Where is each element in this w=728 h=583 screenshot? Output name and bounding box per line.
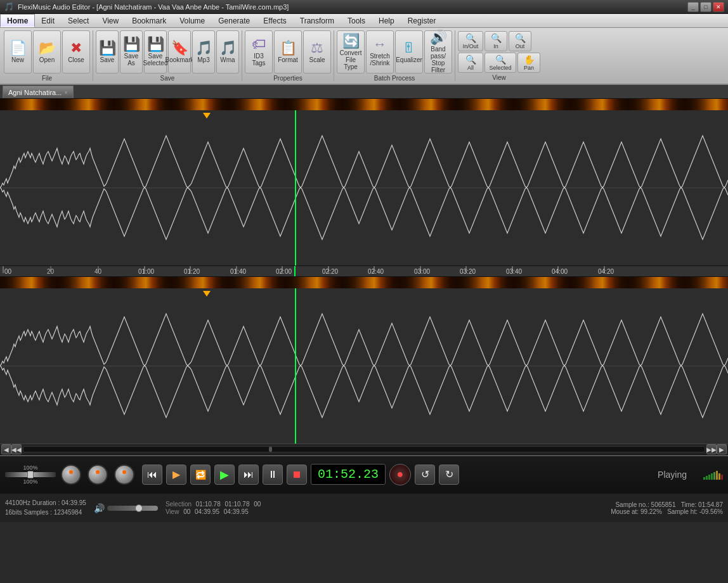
tempo-knob[interactable] <box>61 464 81 485</box>
menu-home[interactable]: Home <box>0 14 35 27</box>
play-marker-upper <box>203 113 211 119</box>
menu-register[interactable]: Register <box>401 14 443 27</box>
svg-text:04:20: 04:20 <box>598 268 614 275</box>
fast-forward-button[interactable]: ⏭ <box>238 464 259 485</box>
volume-slider[interactable] <box>107 506 158 511</box>
window-controls[interactable]: _ □ ✕ <box>687 2 724 12</box>
toolbar-group-file: 📄 New 📂 Open ✖ Close File <box>1 30 93 81</box>
menu-generate[interactable]: Generate <box>212 14 257 27</box>
view-all-button[interactable]: 🔍 All <box>458 53 483 73</box>
svg-rect-2 <box>0 266 728 277</box>
svg-text:40: 40 <box>94 268 102 275</box>
speed-slider[interactable] <box>5 472 56 477</box>
time-display: 01:52.23 <box>311 464 386 485</box>
svg-text:01:40: 01:40 <box>230 268 246 275</box>
scroll-right-fast-button[interactable]: ▶▶ <box>706 444 717 454</box>
format-icon: 📋 <box>280 41 297 55</box>
tab-close-button[interactable]: × <box>64 89 67 96</box>
save-as-button[interactable]: 💾 Save As <box>120 30 143 74</box>
mp3-button[interactable]: 🎵 Mp3 <box>192 30 215 74</box>
convert-button[interactable]: 🔄 Convert File Type <box>337 30 365 74</box>
zoom-out-button[interactable]: 🔍 Out <box>509 31 531 51</box>
menu-view[interactable]: View <box>96 14 126 27</box>
bandpass-button[interactable]: 🔊 Band pass/ Stop Filter <box>424 30 452 74</box>
save-as-icon: 💾 <box>123 37 140 51</box>
menu-bar: Home Edit Select View Bookmark Volume Ge… <box>0 14 728 28</box>
timeline-svg: 00 20 40 01:00 01:20 01:40 02:00 02:20 0… <box>0 266 728 277</box>
zoom-in-button[interactable]: 🔍 In <box>484 31 507 51</box>
scale-button[interactable]: ⚖ Scale <box>303 30 331 74</box>
open-button[interactable]: 📂 Open <box>33 30 61 74</box>
save-group-label: Save <box>160 74 175 82</box>
svg-text:00: 00 <box>4 268 12 275</box>
menu-edit[interactable]: Edit <box>35 14 62 27</box>
stretch-button[interactable]: ↔ Stretch /Shrink <box>366 30 394 74</box>
pan-icon: ✋ <box>524 54 535 65</box>
id3-icon: 🏷 <box>252 37 266 51</box>
maximize-button[interactable]: □ <box>700 2 712 12</box>
upper-waveform-track <box>0 99 728 266</box>
scrollbar-thumb <box>269 447 272 452</box>
save-button[interactable]: 💾 Save <box>96 30 119 74</box>
lower-waveform-canvas[interactable] <box>0 288 728 444</box>
menu-tools[interactable]: Tools <box>341 14 372 27</box>
wma-button[interactable]: 🎵 Wma <box>216 30 239 74</box>
pan-button[interactable]: ✋ Pan <box>517 53 540 73</box>
view-selected-icon: 🔍 <box>495 54 506 65</box>
timeline: 00 20 40 01:00 01:20 01:40 02:00 02:20 0… <box>0 266 728 277</box>
audio-tab[interactable]: Agni Natchatira... × <box>3 86 74 98</box>
play-selection-button[interactable]: ▶ <box>166 464 186 485</box>
volume-icon: 🔊 <box>94 503 105 513</box>
view-selected-button[interactable]: 🔍 Selected <box>484 53 516 73</box>
save-selected-button[interactable]: 💾 Save Selected <box>144 30 167 74</box>
replay-button[interactable]: ↺ <box>415 464 435 485</box>
level-meter <box>703 470 723 480</box>
play-button[interactable]: ▶ <box>214 464 235 485</box>
upper-waveform-canvas[interactable] <box>0 110 728 266</box>
stop-button[interactable]: ⏹ <box>287 464 307 485</box>
format-button[interactable]: 📋 Format <box>274 30 302 74</box>
rewind-button[interactable]: ⏮ <box>142 464 162 485</box>
svg-text:03:40: 03:40 <box>506 268 522 275</box>
scroll-right-button[interactable]: ▶ <box>717 444 727 454</box>
close-button[interactable]: ✕ <box>713 2 724 12</box>
loop2-button[interactable]: ↻ <box>439 464 459 485</box>
scroll-left-button[interactable]: ◀ <box>1 444 11 454</box>
pitch-knob[interactable] <box>88 464 108 485</box>
speed-knob-section: 100% 100% <box>5 464 56 485</box>
mouse-info: Sample no.: 5065851 Time: 01:54.87 Mouse… <box>611 501 723 515</box>
menu-transform[interactable]: Transform <box>294 14 341 27</box>
play-marker-lower <box>203 291 211 297</box>
scale-icon: ⚖ <box>311 41 323 55</box>
loop-button[interactable]: 🔁 <box>190 464 211 485</box>
menu-volume[interactable]: Volume <box>173 14 212 27</box>
bookmark-button[interactable]: 🔖 Bookmark <box>168 30 191 74</box>
playhead-upper <box>295 110 296 266</box>
properties-group-label: Properties <box>273 74 302 82</box>
volume-slider-section: 🔊 <box>94 503 158 513</box>
new-button[interactable]: 📄 New <box>4 30 32 74</box>
zoom-inout-button[interactable]: 🔍 In/Out <box>458 31 483 51</box>
scrollbar-track[interactable] <box>23 446 705 452</box>
bandpass-icon: 🔊 <box>430 30 447 44</box>
mp3-icon: 🎵 <box>195 41 212 55</box>
minimize-button[interactable]: _ <box>687 2 699 12</box>
equalizer-button[interactable]: 🎚 Equalizer <box>395 30 423 74</box>
menu-bookmark[interactable]: Bookmark <box>126 14 173 27</box>
menu-help[interactable]: Help <box>372 14 401 27</box>
pause-button[interactable]: ⏸ <box>263 464 283 485</box>
main-content: Agni Natchatira... × <box>0 85 728 583</box>
menu-effects[interactable]: Effects <box>257 14 293 27</box>
id3tags-button[interactable]: 🏷 ID3 Tags <box>245 30 273 74</box>
audio-info: 44100Hz Duration : 04:39.95 16bits Sampl… <box>5 499 86 517</box>
upper-overview-bar <box>0 99 728 110</box>
vol-knob[interactable] <box>114 464 134 485</box>
speed-top-label: 100% <box>23 464 37 471</box>
close-button-toolbar[interactable]: ✖ Close <box>62 30 90 74</box>
record-button[interactable]: ● <box>389 464 411 485</box>
scroll-left-fast-button[interactable]: ◀◀ <box>11 444 22 454</box>
zoom-inout-icon: 🔍 <box>465 33 476 43</box>
svg-text:20: 20 <box>47 268 55 275</box>
bookmark-icon: 🔖 <box>171 41 188 55</box>
menu-select[interactable]: Select <box>62 14 96 27</box>
